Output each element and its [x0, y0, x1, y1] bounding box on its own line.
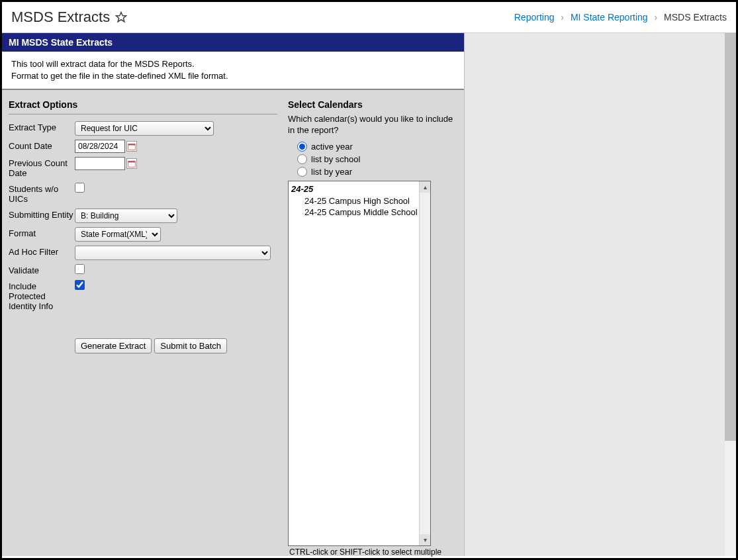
submitting-entity-select[interactable]: B: Building [75, 209, 177, 223]
radio-list-by-year[interactable] [297, 167, 307, 177]
divider [9, 114, 277, 115]
label-extract-type: Extract Type [9, 121, 75, 133]
calendar-year-header: 24-25 [291, 184, 428, 194]
breadcrumb-link-mi-state-reporting[interactable]: MI State Reporting [571, 12, 648, 23]
submit-to-batch-button[interactable]: Submit to Batch [154, 338, 227, 353]
label-count-date: Count Date [9, 140, 75, 152]
favorite-star-icon[interactable] [115, 11, 127, 23]
label-adhoc-filter: Ad Hoc Filter [9, 246, 75, 257]
label-include-protected: Include Protected Identity Info [9, 280, 75, 312]
breadcrumb-link-reporting[interactable]: Reporting [514, 12, 555, 23]
select-calendars-desc: Which calendar(s) would you like to incl… [288, 114, 457, 136]
radio-label-active-year: active year [311, 142, 353, 152]
calendar-listbox[interactable]: 24-25 24-25 Campus High School 24-25 Cam… [288, 181, 431, 546]
breadcrumb-current: MSDS Extracts [664, 12, 727, 23]
multiselect-hint: CTRL-click or SHIFT-click to select mult… [289, 547, 457, 557]
scroll-down-icon[interactable]: ▾ [420, 534, 430, 545]
scrollbar-thumb[interactable] [725, 33, 736, 441]
page-header: MSDS Extracts Reporting › MI State Repor… [2, 2, 736, 33]
label-submitting-entity: Submitting Entity [9, 209, 75, 220]
label-validate: Validate [9, 264, 75, 276]
desc-line: Format to get the file in the state-defi… [11, 70, 455, 82]
breadcrumb: Reporting › MI State Reporting › MSDS Ex… [514, 12, 727, 23]
extract-type-select[interactable]: Request for UIC [75, 121, 214, 136]
radio-active-year[interactable] [297, 142, 307, 152]
include-protected-checkbox[interactable] [75, 280, 85, 290]
calendar-icon[interactable] [126, 158, 137, 169]
extract-options-title: Extract Options [9, 99, 277, 110]
label-format: Format [9, 227, 75, 239]
format-select[interactable]: State Format(XML) [75, 227, 161, 242]
svg-rect-4 [128, 162, 136, 163]
label-students-wo-uics: Students w/o UICs [9, 183, 75, 205]
panel-title: MI MSDS State Extracts [2, 33, 464, 52]
listbox-scrollbar[interactable]: ▴ ▾ [419, 181, 430, 545]
radio-list-by-school[interactable] [297, 154, 307, 164]
desc-line: This tool will extract data for the MSDS… [11, 58, 455, 70]
svg-marker-0 [116, 13, 126, 22]
page-scrollbar[interactable] [725, 33, 736, 556]
validate-checkbox[interactable] [75, 264, 85, 274]
list-item[interactable]: 24-25 Campus High School [291, 195, 428, 207]
radio-label-by-school: list by school [311, 154, 360, 164]
adhoc-filter-select[interactable] [75, 246, 271, 260]
label-prev-count-date: Previous Count Date [9, 157, 75, 179]
select-calendars-title: Select Calendars [288, 99, 457, 110]
content-panel: MI MSDS State Extracts This tool will ex… [2, 33, 464, 556]
chevron-right-icon: › [655, 12, 658, 23]
calendar-icon[interactable] [126, 141, 137, 152]
right-gutter [464, 33, 736, 556]
svg-rect-2 [128, 144, 136, 146]
count-date-input[interactable] [75, 140, 125, 153]
chevron-right-icon: › [561, 12, 564, 23]
list-item[interactable]: 24-25 Campus Middle School [291, 207, 428, 218]
students-wo-uics-checkbox[interactable] [75, 183, 85, 193]
page-title: MSDS Extracts [11, 9, 110, 26]
prev-count-date-input[interactable] [75, 157, 125, 170]
panel-description: This tool will extract data for the MSDS… [2, 52, 464, 90]
scroll-up-icon[interactable]: ▴ [420, 181, 430, 193]
radio-label-by-year: list by year [311, 167, 352, 177]
generate-extract-button[interactable]: Generate Extract [75, 338, 152, 353]
